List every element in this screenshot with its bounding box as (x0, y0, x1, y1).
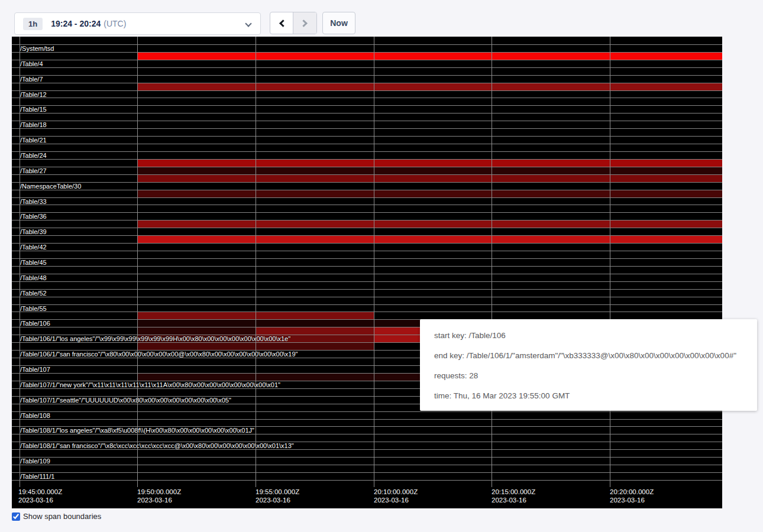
row-label: /Table/4 (20, 60, 43, 68)
row-label: /Table/52 (20, 290, 47, 297)
toolbar: 1h 19:24 - 20:24 (UTC) Now (0, 0, 763, 37)
span-boundary-line (12, 251, 722, 251)
span-boundary-line (12, 312, 722, 312)
span-boundary-line (12, 457, 722, 458)
row-label: /Table/24 (20, 152, 47, 160)
heat-band[interactable] (137, 220, 722, 228)
span-boundary-line (12, 105, 722, 106)
span-boundary-line (12, 472, 722, 473)
row-label: /Table/55 (20, 305, 47, 313)
span-boundary-line (12, 90, 722, 91)
span-boundary-line (12, 480, 722, 481)
row-label: /Table/108/1/"los angeles"/"\xa8\xf5\u00… (20, 427, 254, 434)
span-boundary-line (12, 159, 722, 160)
span-boundary-line (12, 274, 722, 274)
span-boundary-line (12, 174, 722, 175)
span-boundary-line (12, 304, 722, 305)
row-label: /Table/21 (20, 137, 47, 144)
row-label: /Table/42 (20, 244, 47, 251)
span-boundary-line (12, 281, 722, 282)
span-boundary-line (12, 243, 722, 244)
x-axis-label: 19:45:00.000Z2023-03-16 (18, 488, 62, 504)
span-boundary-line (12, 167, 722, 167)
time-gridline (492, 37, 492, 487)
span-boundary-line (12, 289, 722, 290)
x-axis-label: 19:55:00.000Z2023-03-16 (256, 488, 299, 504)
span-boundary-line (12, 228, 722, 228)
time-gridline (256, 37, 256, 487)
time-nav-group (270, 12, 317, 34)
x-axis-label: 20:10:00.000Z2023-03-16 (374, 488, 418, 504)
now-button[interactable]: Now (322, 12, 355, 34)
tooltip-end-key: end key: /Table/106/1/"amsterdam"/"\xb33… (434, 346, 743, 366)
row-label: /Table/106 (20, 320, 50, 327)
row-label: /System/tsd (20, 45, 54, 53)
heat-band[interactable] (137, 159, 722, 167)
span-boundary-line (12, 67, 722, 68)
row-label: /Table/108/1/"san francisco"/"\x8c\xcc\x… (20, 442, 294, 450)
span-boundary-line (12, 113, 722, 113)
row-label: /Table/107 (20, 366, 50, 374)
chevron-left-icon (279, 20, 287, 27)
span-boundary-line (12, 419, 722, 420)
span-boundary-line (12, 205, 722, 205)
show-span-boundaries-label[interactable]: Show span boundaries (23, 512, 101, 521)
row-label: /Table/111/1 (20, 473, 54, 481)
footer: Show span boundaries (12, 512, 101, 521)
time-gridline (610, 37, 610, 487)
x-axis-label: 20:15:00.000Z2023-03-16 (492, 488, 535, 504)
row-label: /Table/108 (20, 412, 50, 420)
time-range-select[interactable]: 1h 19:24 - 20:24 (UTC) (14, 12, 261, 35)
span-boundary-line (12, 411, 722, 412)
heat-band[interactable] (137, 167, 722, 174)
time-gridline (137, 37, 138, 487)
span-boundary-line (12, 75, 722, 76)
row-label: /Table/107/1/"seattle"/"UUUUUUD\x00\x80\… (20, 397, 231, 404)
span-boundary-line (12, 83, 722, 83)
row-label: /Table/18 (20, 121, 47, 129)
span-boundary-line (12, 98, 722, 98)
row-label: /Table/45 (20, 259, 47, 267)
heat-band[interactable] (137, 327, 256, 335)
span-boundary-line (12, 128, 722, 129)
heatmap-chart[interactable]: /System/tsd/Table/4/Table/7/Table/12/Tab… (12, 37, 722, 508)
tooltip-requests: requests: 28 (434, 366, 743, 386)
row-label: /Table/7 (20, 76, 43, 83)
x-axis-label: 19:50:00.000Z2023-03-16 (137, 488, 181, 504)
tooltip-start-key: start key: /Table/106 (434, 326, 743, 346)
span-boundary-line (12, 190, 722, 190)
chevron-down-icon (245, 20, 251, 27)
span-boundary-line (12, 235, 722, 236)
heat-band[interactable] (137, 174, 722, 182)
tooltip-time: time: Thu, 16 Mar 2023 19:55:00 GMT (434, 386, 743, 406)
heat-band[interactable] (137, 190, 722, 197)
prev-time-button[interactable] (270, 12, 293, 34)
time-range-label: 19:24 - 20:24 (51, 19, 101, 28)
row-label: /Table/33 (20, 198, 47, 206)
row-label: /Table/39 (20, 228, 47, 236)
heat-band[interactable] (137, 235, 722, 243)
heat-band[interactable] (256, 327, 374, 335)
span-boundary-line (12, 144, 722, 144)
row-label: /Table/106/1/"los angeles"/"\x99\x99\x99… (20, 335, 290, 343)
heat-band[interactable] (137, 83, 722, 90)
span-boundary-line (12, 197, 722, 198)
span-boundary-line (12, 121, 722, 121)
row-label: /Table/36 (20, 213, 47, 220)
span-boundary-line (12, 44, 722, 45)
time-range-timezone: (UTC) (104, 19, 126, 28)
span-boundary-line (12, 212, 722, 213)
next-time-button-disabled[interactable] (293, 12, 316, 34)
span-boundary-line (12, 220, 722, 220)
show-span-boundaries-checkbox[interactable] (12, 512, 20, 521)
heat-band[interactable] (137, 52, 722, 60)
span-boundary-line (12, 151, 722, 152)
row-label: /Table/27 (20, 167, 47, 175)
x-axis-label: 20:20:00.000Z2023-03-16 (610, 488, 654, 504)
row-label: /Table/48 (20, 274, 47, 282)
span-boundary-line (12, 60, 722, 60)
time-gridline (374, 37, 374, 487)
span-boundary-line (12, 266, 722, 267)
row-label: /Table/109 (20, 458, 50, 465)
row-label: /Table/12 (20, 91, 47, 99)
